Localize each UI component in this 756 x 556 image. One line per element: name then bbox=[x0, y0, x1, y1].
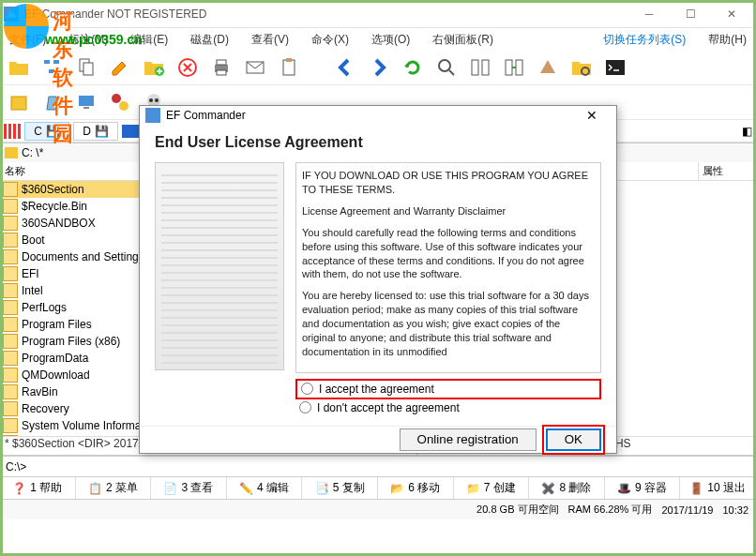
svg-point-14 bbox=[439, 60, 450, 71]
svg-point-24 bbox=[112, 94, 121, 103]
fkey-8[interactable]: ✖️8 删除 bbox=[529, 477, 605, 499]
tree-button[interactable] bbox=[38, 53, 68, 83]
menu-options[interactable]: 选项(O) bbox=[366, 30, 416, 50]
col-name[interactable]: 名称 bbox=[1, 162, 144, 180]
archive-button[interactable] bbox=[4, 87, 34, 117]
accept-radio[interactable] bbox=[301, 383, 313, 395]
sync-button[interactable] bbox=[499, 53, 529, 83]
toolbar-main bbox=[0, 51, 756, 85]
svg-rect-17 bbox=[506, 60, 512, 75]
eula-text[interactable]: IF YOU DOWNLOAD OR USE THIS PROGRAM YOU … bbox=[295, 162, 601, 372]
search-button[interactable] bbox=[431, 53, 461, 83]
function-keys: ❓1 帮助📋2 菜单📄3 查看✏️4 编辑📑5 复制📂6 移动📁7 创建✖️8 … bbox=[0, 476, 756, 499]
menu-command[interactable]: 命令(X) bbox=[306, 30, 355, 50]
eula-dialog: EF Commander ✕ End User License Agreemen… bbox=[139, 105, 617, 454]
dialog-icon bbox=[145, 108, 160, 123]
svg-point-27 bbox=[149, 98, 153, 102]
menu-file[interactable]: 文件(F) bbox=[4, 30, 52, 50]
recycle-button[interactable] bbox=[38, 87, 68, 117]
reject-radio[interactable] bbox=[299, 401, 311, 413]
fkey-10[interactable]: 🚪10 退出 bbox=[680, 477, 756, 499]
svg-rect-10 bbox=[217, 70, 226, 75]
svg-rect-1 bbox=[44, 60, 50, 64]
new-folder-button[interactable] bbox=[139, 53, 169, 83]
menu-help[interactable]: 帮助(H) bbox=[703, 30, 752, 50]
split-button[interactable] bbox=[105, 87, 135, 117]
refresh-button[interactable] bbox=[398, 53, 428, 83]
status-date: 2017/11/19 bbox=[661, 504, 713, 516]
svg-rect-15 bbox=[472, 60, 478, 75]
menu-disk[interactable]: 磁盘(D) bbox=[185, 30, 234, 50]
svg-rect-22 bbox=[79, 96, 94, 106]
fkey-7[interactable]: 📁7 创建 bbox=[454, 477, 530, 499]
menu-rightpanel[interactable]: 右侧面板(R) bbox=[427, 30, 499, 50]
dialog-title: EF Commander bbox=[166, 109, 573, 122]
window-title: EF Commander NOT REGISTERED bbox=[24, 8, 628, 21]
svg-rect-21 bbox=[11, 97, 26, 110]
status-space: 20.8 GB 可用空间 bbox=[476, 503, 558, 517]
command-line[interactable]: C:\> bbox=[0, 456, 756, 476]
fkey-6[interactable]: 📂6 移动 bbox=[378, 477, 454, 499]
reject-radio-row[interactable]: I don't accept the agreement bbox=[295, 399, 601, 416]
minimize-button[interactable]: ─ bbox=[628, 1, 670, 27]
svg-rect-5 bbox=[83, 63, 93, 75]
menubar: 文件(F) 标注(M) 编辑(E) 磁盘(D) 查看(V) 命令(X) 选项(O… bbox=[0, 28, 756, 51]
svg-rect-13 bbox=[286, 58, 292, 62]
titlebar: EF Commander NOT REGISTERED ─ ☐ ✕ bbox=[0, 0, 756, 28]
svg-rect-16 bbox=[482, 60, 489, 75]
close-button[interactable]: ✕ bbox=[711, 1, 752, 27]
drive-c-button[interactable]: C💾 bbox=[24, 122, 69, 141]
edit-button[interactable] bbox=[105, 53, 135, 83]
menu-view[interactable]: 查看(V) bbox=[246, 30, 295, 50]
statusbar: 20.8 GB 可用空间 RAM 66.28% 可用 2017/11/19 10… bbox=[0, 499, 756, 519]
copy-button[interactable] bbox=[71, 53, 101, 83]
svg-rect-12 bbox=[283, 60, 295, 75]
clipboard-button[interactable] bbox=[274, 53, 304, 83]
fkey-3[interactable]: 📄3 查看 bbox=[151, 477, 227, 499]
svg-rect-18 bbox=[516, 60, 522, 75]
find-files-button[interactable] bbox=[567, 53, 597, 83]
svg-rect-29 bbox=[145, 108, 160, 123]
accept-label: I accept the agreement bbox=[319, 383, 434, 396]
online-registration-button[interactable]: Online registration bbox=[400, 428, 537, 451]
grid-icon[interactable] bbox=[4, 124, 21, 139]
delete-button[interactable] bbox=[173, 53, 203, 83]
svg-point-28 bbox=[155, 98, 159, 102]
back-button[interactable] bbox=[330, 53, 360, 83]
computer-button[interactable] bbox=[71, 87, 101, 117]
printer-button[interactable] bbox=[206, 53, 236, 83]
desktop-icon[interactable] bbox=[122, 125, 139, 138]
menu-mark[interactable]: 标注(M) bbox=[63, 30, 113, 50]
reject-label: I don't accept the agreement bbox=[317, 401, 460, 414]
svg-point-25 bbox=[119, 101, 129, 111]
status-time: 10:32 bbox=[722, 504, 748, 516]
panel-toggle-icon[interactable]: ◧ bbox=[742, 125, 752, 138]
mail-button[interactable] bbox=[240, 53, 270, 83]
menu-edit[interactable]: 编辑(E) bbox=[125, 30, 174, 50]
compare-button[interactable] bbox=[465, 53, 495, 83]
status-ram: RAM 66.28% 可用 bbox=[568, 503, 653, 517]
eula-heading: End User License Agreement bbox=[155, 134, 601, 151]
menu-switch-tasklist[interactable]: 切换任务列表(S) bbox=[597, 30, 691, 50]
app-icon bbox=[4, 7, 19, 22]
svg-rect-2 bbox=[53, 60, 59, 64]
dialog-close-button[interactable]: ✕ bbox=[573, 108, 611, 123]
svg-rect-3 bbox=[49, 69, 54, 73]
fkey-2[interactable]: 📋2 菜单 bbox=[76, 477, 152, 499]
svg-rect-23 bbox=[83, 107, 89, 109]
fkey-1[interactable]: ❓1 帮助 bbox=[0, 477, 76, 499]
eula-preview-image bbox=[155, 162, 284, 370]
fkey-5[interactable]: 📑5 复制 bbox=[302, 477, 378, 499]
folder-button[interactable] bbox=[4, 53, 34, 83]
svg-rect-9 bbox=[217, 60, 226, 65]
disk-button[interactable] bbox=[533, 53, 563, 83]
terminal-button[interactable] bbox=[600, 53, 630, 83]
maximize-button[interactable]: ☐ bbox=[670, 1, 711, 27]
forward-button[interactable] bbox=[364, 53, 394, 83]
fkey-4[interactable]: ✏️4 编辑 bbox=[227, 477, 303, 499]
ok-button[interactable]: OK bbox=[546, 428, 601, 451]
accept-radio-row[interactable]: I accept the agreement bbox=[295, 379, 601, 399]
fkey-9[interactable]: 🎩9 容器 bbox=[605, 477, 681, 499]
drive-d-button[interactable]: D💾 bbox=[73, 122, 118, 141]
